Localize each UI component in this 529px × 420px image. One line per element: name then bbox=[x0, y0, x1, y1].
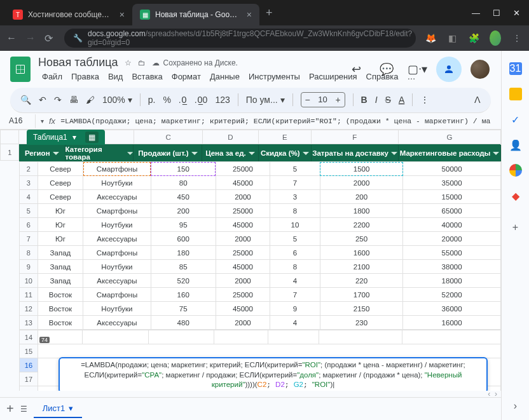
filter-header[interactable]: Маркетинговые расходы bbox=[399, 145, 501, 161]
italic-button[interactable]: I bbox=[375, 95, 378, 105]
increase-font-icon[interactable]: + bbox=[332, 95, 345, 105]
account-avatar[interactable] bbox=[469, 58, 491, 80]
table-row[interactable]: 4СеверАксессуары4502000320015000 bbox=[20, 190, 501, 204]
cell[interactable]: 450 bbox=[151, 190, 216, 204]
filter-header[interactable]: Цена за ед. bbox=[202, 145, 258, 161]
cell[interactable]: Восток bbox=[38, 302, 83, 316]
cell[interactable]: Аксессуары bbox=[83, 190, 151, 204]
column-header[interactable]: E bbox=[258, 130, 311, 144]
cell[interactable]: 36000 bbox=[403, 302, 501, 316]
cell[interactable]: 85 bbox=[151, 260, 216, 274]
cell[interactable]: 65000 bbox=[403, 204, 501, 218]
cell[interactable]: Юг bbox=[38, 218, 83, 232]
cell[interactable]: 250 bbox=[320, 232, 402, 246]
cell[interactable]: 7 bbox=[270, 176, 320, 190]
table-row[interactable]: 9ЗападНоутбуки85450008210038000 bbox=[20, 260, 501, 274]
move-icon[interactable]: 🗀 bbox=[138, 58, 146, 67]
bold-button[interactable]: B bbox=[361, 95, 368, 105]
decrease-decimal-button[interactable]: .0̲ bbox=[179, 95, 187, 105]
browser-menu-icon[interactable]: ⋮ bbox=[511, 32, 523, 44]
cell[interactable]: 2200 bbox=[320, 218, 402, 232]
cell[interactable]: 25000 bbox=[216, 246, 270, 260]
filter-header[interactable]: Скидка (%) bbox=[259, 145, 312, 161]
cell[interactable]: Смартфоны bbox=[83, 162, 151, 176]
all-sheets-icon[interactable]: ☰ bbox=[20, 405, 27, 414]
contacts-icon[interactable]: 👤 bbox=[509, 139, 522, 151]
row-header[interactable]: 8 bbox=[20, 246, 38, 260]
cell[interactable]: 80 bbox=[151, 176, 216, 190]
cell[interactable]: 52000 bbox=[403, 288, 501, 302]
cell[interactable]: 2000 bbox=[216, 232, 270, 246]
cell[interactable]: 200 bbox=[151, 204, 216, 218]
cell[interactable]: 220 bbox=[320, 274, 402, 288]
cell[interactable]: Север bbox=[38, 162, 83, 176]
close-window-icon[interactable]: ✕ bbox=[513, 8, 520, 18]
row-header[interactable]: 4 bbox=[20, 190, 38, 204]
font-size-value[interactable]: 10 bbox=[314, 95, 332, 104]
row-header[interactable]: 3 bbox=[20, 176, 38, 190]
cell[interactable]: 9 bbox=[270, 302, 320, 316]
comments-icon[interactable]: 💬 bbox=[375, 58, 398, 81]
column-header[interactable]: G bbox=[398, 130, 500, 144]
redo-icon[interactable]: ↷ bbox=[54, 95, 62, 105]
formula-bar[interactable]: =LAMBDA(продажи; цена; маркетинг; критер… bbox=[60, 117, 491, 125]
cell[interactable]: 2100 bbox=[320, 260, 402, 274]
spreadsheet-grid[interactable]: A B C D E F G 1 Таблица1 ▾ ▦ Регион Кате… bbox=[0, 130, 501, 391]
menu-tools[interactable]: Инструменты bbox=[245, 71, 304, 83]
filter-header[interactable]: Затраты на доставку bbox=[312, 145, 399, 161]
cell[interactable]: Запад bbox=[38, 260, 83, 274]
cell[interactable]: 55000 bbox=[403, 246, 501, 260]
star-icon[interactable]: ☆ bbox=[125, 58, 132, 67]
new-tab-button[interactable]: + bbox=[259, 6, 279, 20]
cell[interactable]: 5 bbox=[270, 232, 320, 246]
table-row[interactable]: 13ВостокАксессуары4802000423016000 bbox=[20, 316, 501, 330]
row-header[interactable]: 18 bbox=[20, 386, 38, 391]
hide-sidepanel-icon[interactable]: › bbox=[509, 400, 522, 412]
cell[interactable]: Аксессуары bbox=[83, 316, 151, 330]
increase-decimal-button[interactable]: .0̲0 bbox=[195, 95, 208, 105]
get-addons-icon[interactable]: + bbox=[509, 221, 522, 234]
cell[interactable]: 1500 bbox=[320, 162, 402, 176]
cell[interactable]: 200 bbox=[320, 190, 402, 204]
cell[interactable]: 18000 bbox=[403, 274, 501, 288]
cell[interactable]: 45000 bbox=[216, 302, 270, 316]
table-row[interactable]: 7ЮгАксессуары6002000525020000 bbox=[20, 232, 501, 246]
menu-view[interactable]: Вид bbox=[104, 71, 127, 83]
cell[interactable]: Аксессуары bbox=[83, 274, 151, 288]
chevron-down-icon[interactable]: ▾ bbox=[69, 403, 73, 413]
paint-format-icon[interactable]: 🖌 bbox=[86, 95, 95, 105]
cell[interactable]: 25000 bbox=[216, 162, 270, 176]
table-row[interactable]: 12ВостокНоутбуки75450009215036000 bbox=[20, 302, 501, 316]
cell[interactable]: 6 bbox=[270, 246, 320, 260]
toolbar-more-icon[interactable]: ⋮ bbox=[420, 95, 429, 105]
zoom-dropdown[interactable]: 100% ▾ bbox=[102, 95, 132, 105]
cell[interactable]: 15000 bbox=[403, 190, 501, 204]
active-cell-formula[interactable]: =LAMBDA(продажи; цена; маркетинг; критер… bbox=[58, 357, 488, 391]
tasks-icon[interactable]: ✓ bbox=[509, 113, 522, 126]
extension-icon[interactable]: 🦊 bbox=[425, 32, 436, 44]
share-button[interactable] bbox=[436, 57, 462, 82]
cell[interactable]: 480 bbox=[151, 316, 216, 330]
column-header[interactable]: F bbox=[312, 130, 399, 144]
maps-icon[interactable] bbox=[509, 164, 522, 177]
cell[interactable]: 35000 bbox=[403, 176, 501, 190]
cell[interactable]: 50000 bbox=[403, 162, 501, 176]
row-header[interactable]: 7 bbox=[20, 232, 38, 246]
row-header[interactable]: 11 bbox=[20, 288, 38, 302]
cell[interactable]: 2000 bbox=[216, 316, 270, 330]
cell[interactable]: 230 bbox=[320, 316, 402, 330]
cell[interactable]: 75 bbox=[151, 302, 216, 316]
cell[interactable]: 2000 bbox=[216, 274, 270, 288]
calendar-icon[interactable]: 31 bbox=[509, 62, 522, 75]
filter-header[interactable]: Регион bbox=[19, 145, 65, 161]
cell[interactable]: 520 bbox=[151, 274, 216, 288]
profile-avatar[interactable] bbox=[490, 32, 501, 44]
sheet-tab[interactable]: Лист1 ▾ bbox=[34, 400, 82, 418]
menu-format[interactable]: Формат bbox=[168, 71, 205, 83]
cell[interactable]: 4 bbox=[270, 316, 320, 330]
maximize-icon[interactable]: ☐ bbox=[493, 8, 500, 18]
menu-insert[interactable]: Вставка bbox=[128, 71, 166, 83]
cell[interactable]: Смартфоны bbox=[83, 204, 151, 218]
cell[interactable]: 2150 bbox=[320, 302, 402, 316]
row-header[interactable]: 5 bbox=[20, 204, 38, 218]
